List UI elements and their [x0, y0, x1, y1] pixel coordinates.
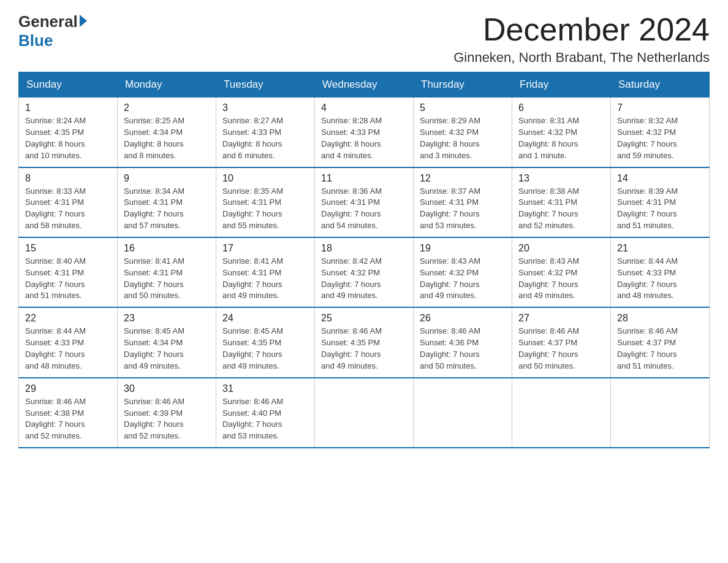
column-header-monday: Monday	[118, 72, 216, 98]
day-info: Sunrise: 8:46 AM Sunset: 4:36 PM Dayligh…	[420, 326, 506, 372]
calendar-cell: 20Sunrise: 8:43 AM Sunset: 4:32 PM Dayli…	[512, 237, 611, 307]
calendar-cell: 14Sunrise: 8:39 AM Sunset: 4:31 PM Dayli…	[611, 167, 710, 237]
calendar-cell: 30Sunrise: 8:46 AM Sunset: 4:39 PM Dayli…	[118, 378, 216, 448]
day-info: Sunrise: 8:29 AM Sunset: 4:32 PM Dayligh…	[420, 115, 506, 161]
day-number: 9	[124, 173, 210, 184]
day-number: 16	[124, 243, 210, 254]
day-number: 30	[124, 383, 210, 394]
calendar-cell: 4Sunrise: 8:28 AM Sunset: 4:33 PM Daylig…	[315, 98, 414, 167]
calendar-cell: 28Sunrise: 8:46 AM Sunset: 4:37 PM Dayli…	[611, 307, 710, 377]
calendar-cell: 31Sunrise: 8:46 AM Sunset: 4:40 PM Dayli…	[216, 378, 315, 448]
calendar-week-row: 22Sunrise: 8:44 AM Sunset: 4:33 PM Dayli…	[19, 307, 710, 377]
day-info: Sunrise: 8:46 AM Sunset: 4:37 PM Dayligh…	[518, 326, 604, 372]
calendar-cell: 18Sunrise: 8:42 AM Sunset: 4:32 PM Dayli…	[315, 237, 414, 307]
day-number: 31	[222, 383, 308, 394]
calendar-week-row: 15Sunrise: 8:40 AM Sunset: 4:31 PM Dayli…	[19, 237, 710, 307]
calendar-cell: 25Sunrise: 8:46 AM Sunset: 4:35 PM Dayli…	[315, 307, 414, 377]
day-number: 21	[617, 243, 703, 254]
calendar-cell: 22Sunrise: 8:44 AM Sunset: 4:33 PM Dayli…	[19, 307, 118, 377]
day-number: 25	[321, 313, 407, 324]
day-number: 6	[518, 102, 604, 113]
day-info: Sunrise: 8:44 AM Sunset: 4:33 PM Dayligh…	[617, 256, 703, 302]
logo-general-text: General	[18, 12, 78, 31]
page-header: General Blue December 2024 Ginneken, Nor…	[18, 12, 710, 66]
calendar-cell: 19Sunrise: 8:43 AM Sunset: 4:32 PM Dayli…	[414, 237, 512, 307]
day-number: 4	[321, 102, 407, 113]
day-info: Sunrise: 8:41 AM Sunset: 4:31 PM Dayligh…	[222, 256, 308, 302]
day-number: 1	[25, 102, 111, 113]
day-info: Sunrise: 8:45 AM Sunset: 4:35 PM Dayligh…	[222, 326, 308, 372]
day-number: 29	[25, 383, 111, 394]
calendar-cell	[414, 378, 512, 448]
day-number: 2	[124, 102, 210, 113]
day-number: 13	[518, 173, 604, 184]
calendar-cell: 23Sunrise: 8:45 AM Sunset: 4:34 PM Dayli…	[118, 307, 216, 377]
calendar-cell: 16Sunrise: 8:41 AM Sunset: 4:31 PM Dayli…	[118, 237, 216, 307]
day-info: Sunrise: 8:24 AM Sunset: 4:35 PM Dayligh…	[25, 115, 111, 161]
day-info: Sunrise: 8:27 AM Sunset: 4:33 PM Dayligh…	[222, 115, 308, 161]
day-info: Sunrise: 8:40 AM Sunset: 4:31 PM Dayligh…	[25, 256, 111, 302]
day-number: 20	[518, 243, 604, 254]
calendar-cell: 21Sunrise: 8:44 AM Sunset: 4:33 PM Dayli…	[611, 237, 710, 307]
calendar-cell	[611, 378, 710, 448]
calendar-cell: 3Sunrise: 8:27 AM Sunset: 4:33 PM Daylig…	[216, 98, 315, 167]
calendar-cell: 13Sunrise: 8:38 AM Sunset: 4:31 PM Dayli…	[512, 167, 611, 237]
day-number: 3	[222, 102, 308, 113]
day-info: Sunrise: 8:43 AM Sunset: 4:32 PM Dayligh…	[420, 256, 506, 302]
calendar-cell: 1Sunrise: 8:24 AM Sunset: 4:35 PM Daylig…	[19, 98, 118, 167]
day-info: Sunrise: 8:44 AM Sunset: 4:33 PM Dayligh…	[25, 326, 111, 372]
day-number: 5	[420, 102, 506, 113]
day-info: Sunrise: 8:46 AM Sunset: 4:40 PM Dayligh…	[222, 396, 308, 442]
column-header-saturday: Saturday	[611, 72, 710, 98]
calendar-cell	[315, 378, 414, 448]
day-number: 28	[617, 313, 703, 324]
day-number: 8	[25, 173, 111, 184]
day-info: Sunrise: 8:35 AM Sunset: 4:31 PM Dayligh…	[222, 186, 308, 232]
logo-arrow-icon	[80, 15, 87, 27]
day-number: 7	[617, 102, 703, 113]
day-number: 12	[420, 173, 506, 184]
column-header-friday: Friday	[512, 72, 611, 98]
calendar-cell: 9Sunrise: 8:34 AM Sunset: 4:31 PM Daylig…	[118, 167, 216, 237]
calendar-header-row: SundayMondayTuesdayWednesdayThursdayFrid…	[19, 72, 710, 98]
logo-blue-text: Blue	[18, 31, 53, 50]
calendar-cell: 12Sunrise: 8:37 AM Sunset: 4:31 PM Dayli…	[414, 167, 512, 237]
calendar-cell: 6Sunrise: 8:31 AM Sunset: 4:32 PM Daylig…	[512, 98, 611, 167]
day-number: 24	[222, 313, 308, 324]
day-info: Sunrise: 8:42 AM Sunset: 4:32 PM Dayligh…	[321, 256, 407, 302]
column-header-tuesday: Tuesday	[216, 72, 315, 98]
calendar-cell: 5Sunrise: 8:29 AM Sunset: 4:32 PM Daylig…	[414, 98, 512, 167]
day-info: Sunrise: 8:39 AM Sunset: 4:31 PM Dayligh…	[617, 186, 703, 232]
day-info: Sunrise: 8:46 AM Sunset: 4:39 PM Dayligh…	[124, 396, 210, 442]
day-number: 23	[124, 313, 210, 324]
day-number: 22	[25, 313, 111, 324]
day-info: Sunrise: 8:46 AM Sunset: 4:38 PM Dayligh…	[25, 396, 111, 442]
day-info: Sunrise: 8:38 AM Sunset: 4:31 PM Dayligh…	[518, 186, 604, 232]
calendar-cell: 11Sunrise: 8:36 AM Sunset: 4:31 PM Dayli…	[315, 167, 414, 237]
day-info: Sunrise: 8:25 AM Sunset: 4:34 PM Dayligh…	[124, 115, 210, 161]
calendar-cell: 15Sunrise: 8:40 AM Sunset: 4:31 PM Dayli…	[19, 237, 118, 307]
day-info: Sunrise: 8:46 AM Sunset: 4:35 PM Dayligh…	[321, 326, 407, 372]
calendar-cell: 27Sunrise: 8:46 AM Sunset: 4:37 PM Dayli…	[512, 307, 611, 377]
day-info: Sunrise: 8:43 AM Sunset: 4:32 PM Dayligh…	[518, 256, 604, 302]
calendar-title: December 2024	[453, 12, 710, 47]
day-number: 17	[222, 243, 308, 254]
day-info: Sunrise: 8:37 AM Sunset: 4:31 PM Dayligh…	[420, 186, 506, 232]
day-info: Sunrise: 8:41 AM Sunset: 4:31 PM Dayligh…	[124, 256, 210, 302]
day-info: Sunrise: 8:46 AM Sunset: 4:37 PM Dayligh…	[617, 326, 703, 372]
calendar-week-row: 1Sunrise: 8:24 AM Sunset: 4:35 PM Daylig…	[19, 98, 710, 167]
calendar-cell: 26Sunrise: 8:46 AM Sunset: 4:36 PM Dayli…	[414, 307, 512, 377]
day-number: 15	[25, 243, 111, 254]
calendar-week-row: 8Sunrise: 8:33 AM Sunset: 4:31 PM Daylig…	[19, 167, 710, 237]
calendar-cell: 8Sunrise: 8:33 AM Sunset: 4:31 PM Daylig…	[19, 167, 118, 237]
day-info: Sunrise: 8:32 AM Sunset: 4:32 PM Dayligh…	[617, 115, 703, 161]
day-info: Sunrise: 8:45 AM Sunset: 4:34 PM Dayligh…	[124, 326, 210, 372]
calendar-table: SundayMondayTuesdayWednesdayThursdayFrid…	[18, 72, 710, 448]
day-info: Sunrise: 8:33 AM Sunset: 4:31 PM Dayligh…	[25, 186, 111, 232]
day-number: 27	[518, 313, 604, 324]
day-info: Sunrise: 8:31 AM Sunset: 4:32 PM Dayligh…	[518, 115, 604, 161]
day-number: 19	[420, 243, 506, 254]
day-info: Sunrise: 8:36 AM Sunset: 4:31 PM Dayligh…	[321, 186, 407, 232]
calendar-cell: 10Sunrise: 8:35 AM Sunset: 4:31 PM Dayli…	[216, 167, 315, 237]
calendar-cell: 24Sunrise: 8:45 AM Sunset: 4:35 PM Dayli…	[216, 307, 315, 377]
